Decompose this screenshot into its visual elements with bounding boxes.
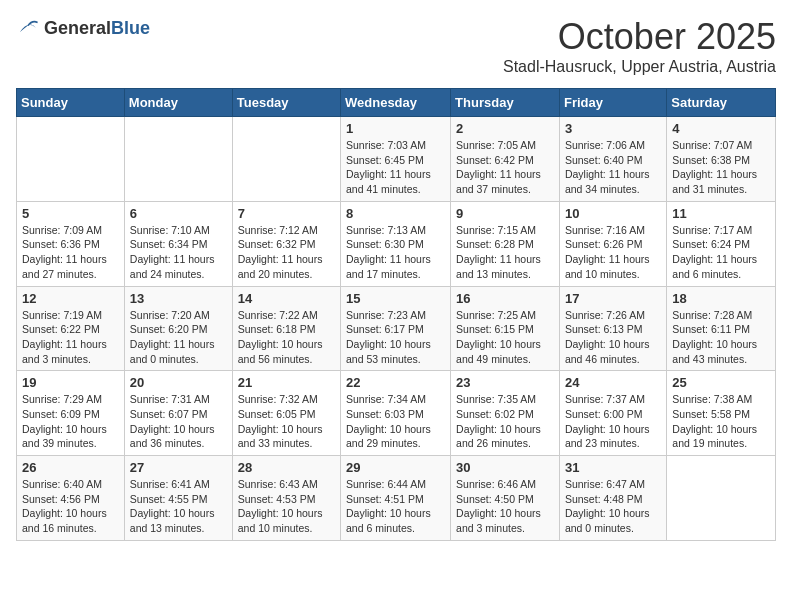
day-info: Sunrise: 7:20 AM Sunset: 6:20 PM Dayligh… (130, 308, 227, 367)
day-info: Sunrise: 6:40 AM Sunset: 4:56 PM Dayligh… (22, 477, 119, 536)
day-number: 11 (672, 206, 770, 221)
day-number: 24 (565, 375, 661, 390)
day-number: 12 (22, 291, 119, 306)
day-info: Sunrise: 7:06 AM Sunset: 6:40 PM Dayligh… (565, 138, 661, 197)
calendar-cell: 13Sunrise: 7:20 AM Sunset: 6:20 PM Dayli… (124, 286, 232, 371)
day-number: 19 (22, 375, 119, 390)
week-row-1: 1Sunrise: 7:03 AM Sunset: 6:45 PM Daylig… (17, 117, 776, 202)
day-number: 15 (346, 291, 445, 306)
day-info: Sunrise: 7:35 AM Sunset: 6:02 PM Dayligh… (456, 392, 554, 451)
day-info: Sunrise: 6:44 AM Sunset: 4:51 PM Dayligh… (346, 477, 445, 536)
day-info: Sunrise: 7:31 AM Sunset: 6:07 PM Dayligh… (130, 392, 227, 451)
weekday-header-tuesday: Tuesday (232, 89, 340, 117)
day-info: Sunrise: 7:25 AM Sunset: 6:15 PM Dayligh… (456, 308, 554, 367)
logo-wordmark: GeneralBlue (44, 18, 150, 39)
day-number: 17 (565, 291, 661, 306)
calendar-cell: 21Sunrise: 7:32 AM Sunset: 6:05 PM Dayli… (232, 371, 340, 456)
day-info: Sunrise: 7:07 AM Sunset: 6:38 PM Dayligh… (672, 138, 770, 197)
day-info: Sunrise: 7:23 AM Sunset: 6:17 PM Dayligh… (346, 308, 445, 367)
calendar-cell: 7Sunrise: 7:12 AM Sunset: 6:32 PM Daylig… (232, 201, 340, 286)
calendar-cell: 24Sunrise: 7:37 AM Sunset: 6:00 PM Dayli… (559, 371, 666, 456)
calendar-cell: 3Sunrise: 7:06 AM Sunset: 6:40 PM Daylig… (559, 117, 666, 202)
day-number: 7 (238, 206, 335, 221)
day-number: 1 (346, 121, 445, 136)
weekday-header-monday: Monday (124, 89, 232, 117)
calendar-cell: 6Sunrise: 7:10 AM Sunset: 6:34 PM Daylig… (124, 201, 232, 286)
calendar-cell: 14Sunrise: 7:22 AM Sunset: 6:18 PM Dayli… (232, 286, 340, 371)
day-info: Sunrise: 7:22 AM Sunset: 6:18 PM Dayligh… (238, 308, 335, 367)
day-number: 18 (672, 291, 770, 306)
calendar-cell (124, 117, 232, 202)
day-number: 29 (346, 460, 445, 475)
calendar-cell: 1Sunrise: 7:03 AM Sunset: 6:45 PM Daylig… (341, 117, 451, 202)
logo-icon (16, 16, 40, 40)
day-number: 6 (130, 206, 227, 221)
calendar-cell: 17Sunrise: 7:26 AM Sunset: 6:13 PM Dayli… (559, 286, 666, 371)
calendar-cell: 10Sunrise: 7:16 AM Sunset: 6:26 PM Dayli… (559, 201, 666, 286)
day-info: Sunrise: 6:41 AM Sunset: 4:55 PM Dayligh… (130, 477, 227, 536)
month-title: October 2025 (503, 16, 776, 58)
calendar-cell: 5Sunrise: 7:09 AM Sunset: 6:36 PM Daylig… (17, 201, 125, 286)
calendar-cell (232, 117, 340, 202)
calendar-cell: 9Sunrise: 7:15 AM Sunset: 6:28 PM Daylig… (451, 201, 560, 286)
subtitle: Stadl-Hausruck, Upper Austria, Austria (503, 58, 776, 76)
day-info: Sunrise: 7:19 AM Sunset: 6:22 PM Dayligh… (22, 308, 119, 367)
logo: GeneralBlue (16, 16, 150, 40)
day-number: 21 (238, 375, 335, 390)
calendar-cell: 28Sunrise: 6:43 AM Sunset: 4:53 PM Dayli… (232, 456, 340, 541)
day-info: Sunrise: 6:43 AM Sunset: 4:53 PM Dayligh… (238, 477, 335, 536)
title-area: October 2025 Stadl-Hausruck, Upper Austr… (503, 16, 776, 76)
day-number: 4 (672, 121, 770, 136)
weekday-header-thursday: Thursday (451, 89, 560, 117)
logo-general: General (44, 18, 111, 38)
day-number: 30 (456, 460, 554, 475)
calendar-cell: 25Sunrise: 7:38 AM Sunset: 5:58 PM Dayli… (667, 371, 776, 456)
day-info: Sunrise: 7:05 AM Sunset: 6:42 PM Dayligh… (456, 138, 554, 197)
weekday-header-friday: Friday (559, 89, 666, 117)
calendar-cell: 12Sunrise: 7:19 AM Sunset: 6:22 PM Dayli… (17, 286, 125, 371)
calendar-cell: 19Sunrise: 7:29 AM Sunset: 6:09 PM Dayli… (17, 371, 125, 456)
day-info: Sunrise: 7:03 AM Sunset: 6:45 PM Dayligh… (346, 138, 445, 197)
day-info: Sunrise: 7:34 AM Sunset: 6:03 PM Dayligh… (346, 392, 445, 451)
day-number: 23 (456, 375, 554, 390)
day-number: 8 (346, 206, 445, 221)
week-row-5: 26Sunrise: 6:40 AM Sunset: 4:56 PM Dayli… (17, 456, 776, 541)
day-number: 26 (22, 460, 119, 475)
calendar-cell: 8Sunrise: 7:13 AM Sunset: 6:30 PM Daylig… (341, 201, 451, 286)
calendar-cell: 2Sunrise: 7:05 AM Sunset: 6:42 PM Daylig… (451, 117, 560, 202)
calendar-cell: 27Sunrise: 6:41 AM Sunset: 4:55 PM Dayli… (124, 456, 232, 541)
calendar-cell: 22Sunrise: 7:34 AM Sunset: 6:03 PM Dayli… (341, 371, 451, 456)
day-number: 5 (22, 206, 119, 221)
day-info: Sunrise: 7:26 AM Sunset: 6:13 PM Dayligh… (565, 308, 661, 367)
day-info: Sunrise: 7:38 AM Sunset: 5:58 PM Dayligh… (672, 392, 770, 451)
day-number: 16 (456, 291, 554, 306)
day-info: Sunrise: 7:13 AM Sunset: 6:30 PM Dayligh… (346, 223, 445, 282)
day-number: 14 (238, 291, 335, 306)
calendar-cell: 4Sunrise: 7:07 AM Sunset: 6:38 PM Daylig… (667, 117, 776, 202)
weekday-header-saturday: Saturday (667, 89, 776, 117)
calendar-cell: 31Sunrise: 6:47 AM Sunset: 4:48 PM Dayli… (559, 456, 666, 541)
calendar-cell: 23Sunrise: 7:35 AM Sunset: 6:02 PM Dayli… (451, 371, 560, 456)
svg-rect-0 (16, 16, 40, 40)
day-number: 28 (238, 460, 335, 475)
week-row-3: 12Sunrise: 7:19 AM Sunset: 6:22 PM Dayli… (17, 286, 776, 371)
day-info: Sunrise: 7:37 AM Sunset: 6:00 PM Dayligh… (565, 392, 661, 451)
day-info: Sunrise: 6:47 AM Sunset: 4:48 PM Dayligh… (565, 477, 661, 536)
day-info: Sunrise: 7:12 AM Sunset: 6:32 PM Dayligh… (238, 223, 335, 282)
day-number: 31 (565, 460, 661, 475)
day-info: Sunrise: 6:46 AM Sunset: 4:50 PM Dayligh… (456, 477, 554, 536)
calendar-cell: 26Sunrise: 6:40 AM Sunset: 4:56 PM Dayli… (17, 456, 125, 541)
day-number: 22 (346, 375, 445, 390)
calendar-cell (17, 117, 125, 202)
day-number: 27 (130, 460, 227, 475)
day-info: Sunrise: 7:17 AM Sunset: 6:24 PM Dayligh… (672, 223, 770, 282)
day-info: Sunrise: 7:09 AM Sunset: 6:36 PM Dayligh… (22, 223, 119, 282)
calendar-cell: 18Sunrise: 7:28 AM Sunset: 6:11 PM Dayli… (667, 286, 776, 371)
calendar-cell: 29Sunrise: 6:44 AM Sunset: 4:51 PM Dayli… (341, 456, 451, 541)
weekday-header-wednesday: Wednesday (341, 89, 451, 117)
day-info: Sunrise: 7:16 AM Sunset: 6:26 PM Dayligh… (565, 223, 661, 282)
day-number: 9 (456, 206, 554, 221)
day-number: 25 (672, 375, 770, 390)
calendar: SundayMondayTuesdayWednesdayThursdayFrid… (16, 88, 776, 541)
calendar-cell: 20Sunrise: 7:31 AM Sunset: 6:07 PM Dayli… (124, 371, 232, 456)
